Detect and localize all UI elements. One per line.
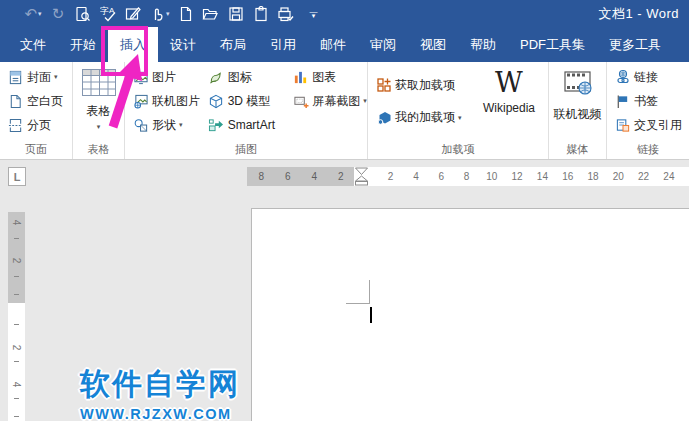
indent-markers[interactable] xyxy=(354,167,369,186)
smartart-button[interactable]: SmartArt xyxy=(201,113,286,137)
draft-edit-icon xyxy=(125,6,141,22)
word-window: ↶ ▾ ↻ 字 A xyxy=(0,0,689,421)
ruler-number: 20 xyxy=(606,171,631,182)
page-break-button[interactable]: 分页 xyxy=(0,113,63,137)
draft-edit-button[interactable] xyxy=(124,3,142,25)
save-button[interactable] xyxy=(227,3,245,25)
customize-qat-button[interactable]: — ▾ xyxy=(310,10,318,18)
open-button[interactable] xyxy=(202,3,220,25)
group-label-illustrations: 插图 xyxy=(125,142,367,159)
touch-mode-button[interactable]: ▾ xyxy=(149,3,170,25)
group-label-links: 链接 xyxy=(607,142,689,159)
undo-icon: ↶ xyxy=(24,6,37,21)
3d-model-label: 3D 模型 xyxy=(228,93,271,110)
print-preview-icon xyxy=(75,6,91,22)
document-workspace: L 8 6 4 2 2 4 6 8 10 12 14 16 18 20 22 2… xyxy=(0,160,689,421)
chart-button[interactable]: 图表 xyxy=(285,65,367,89)
bookmark-icon xyxy=(614,93,631,109)
print-preview-button[interactable] xyxy=(74,3,92,25)
cross-reference-button[interactable]: 交叉引用 xyxy=(607,113,682,137)
watermark-title: 软件自学网 xyxy=(80,364,240,405)
chart-label: 图表 xyxy=(312,69,336,86)
chart-icon xyxy=(292,69,309,85)
3d-model-icon xyxy=(208,93,225,109)
tab-mailings[interactable]: 邮件 xyxy=(308,27,358,62)
get-addins-icon xyxy=(375,77,392,93)
margin-corner-mark xyxy=(346,303,370,304)
my-addins-label: 我的加载项 xyxy=(395,109,455,126)
tab-more-tools[interactable]: 更多工具 xyxy=(597,27,673,62)
quick-print-icon xyxy=(277,6,294,22)
online-video-button[interactable]: 联机视频 xyxy=(554,65,602,142)
wikipedia-button[interactable]: W Wikipedia xyxy=(476,65,542,142)
ruler-number: 4 xyxy=(301,171,328,182)
spellcheck-icon: 字 A xyxy=(100,6,117,22)
get-addins-button[interactable]: 获取加载项 xyxy=(368,70,476,100)
ruler-number: 8 xyxy=(454,171,479,182)
vertical-ruler: 4 2 2 4 xyxy=(8,212,25,421)
redo-button[interactable]: ↻ xyxy=(49,3,67,25)
bookmark-label: 书签 xyxy=(634,93,658,110)
smartart-label: SmartArt xyxy=(228,118,275,132)
group-media: 联机视频 媒体 xyxy=(549,62,607,159)
tab-review[interactable]: 审阅 xyxy=(358,27,408,62)
my-addins-caret-icon: ▾ xyxy=(458,114,462,122)
shapes-caret-icon: ▾ xyxy=(179,121,183,129)
3d-model-button[interactable]: 3D 模型 xyxy=(201,89,286,113)
ruler-number: 16 xyxy=(555,171,580,182)
group-addins: 获取加载项 我的加载项 ▾ W Wikipedia xyxy=(368,62,549,159)
ruler-number: 4 xyxy=(11,214,22,231)
horizontal-ruler[interactable]: 2 4 6 8 10 12 14 16 18 20 22 24 xyxy=(354,167,689,186)
touch-mode-icon xyxy=(149,6,165,22)
watermark: 软件自学网 WWW.RJZXW.COM xyxy=(80,364,240,421)
tab-stop-selector[interactable]: L xyxy=(8,167,26,186)
tab-references[interactable]: 引用 xyxy=(258,27,308,62)
new-document-button[interactable] xyxy=(177,3,195,25)
get-addins-label: 获取加载项 xyxy=(395,77,455,94)
horizontal-ruler-margin: 8 6 4 2 xyxy=(247,167,354,186)
tab-layout[interactable]: 布局 xyxy=(208,27,258,62)
blank-page-button[interactable]: 空白页 xyxy=(0,89,63,113)
touch-mode-caret-icon[interactable]: ▾ xyxy=(166,10,170,18)
svg-text:字: 字 xyxy=(100,6,109,16)
quick-print-button[interactable] xyxy=(277,3,295,25)
ruler-number: 2 xyxy=(11,252,22,269)
group-label-tables: 表格 xyxy=(73,142,124,159)
attachment-button[interactable] xyxy=(252,3,270,25)
screenshot-icon xyxy=(292,93,309,109)
page-break-icon xyxy=(7,117,24,133)
screenshot-caret-icon: ▾ xyxy=(363,97,367,105)
undo-caret-icon[interactable]: ▾ xyxy=(38,10,42,18)
ruler-number: 6 xyxy=(275,171,302,182)
spellcheck-button[interactable]: 字 A xyxy=(99,3,117,25)
cover-page-caret-icon: ▾ xyxy=(54,73,58,81)
tab-design[interactable]: 设计 xyxy=(158,27,208,62)
undo-button[interactable]: ↶ ▾ xyxy=(24,3,42,25)
cover-page-button[interactable]: 封面 ▾ xyxy=(0,65,63,89)
cross-reference-icon xyxy=(614,117,631,133)
tab-view[interactable]: 视图 xyxy=(408,27,458,62)
my-addins-button[interactable]: 我的加载项 ▾ xyxy=(368,103,476,133)
ruler-number: 12 xyxy=(504,171,529,182)
link-button[interactable]: 链接 xyxy=(607,65,682,89)
ruler-number: 14 xyxy=(530,171,555,182)
my-addins-icon xyxy=(375,110,392,126)
insert-tab-highlight-box xyxy=(101,26,148,76)
ruler-number: 6 xyxy=(429,171,454,182)
attachment-icon xyxy=(253,6,269,22)
icons-button[interactable]: 图标 xyxy=(201,65,286,89)
redo-icon: ↻ xyxy=(52,6,65,21)
smartart-icon xyxy=(208,117,225,133)
ruler-number: 8 xyxy=(248,171,275,182)
tab-pdf-tools[interactable]: PDF工具集 xyxy=(508,27,597,62)
document-page[interactable] xyxy=(251,208,689,421)
title-bar: ↶ ▾ ↻ 字 A xyxy=(0,0,689,27)
ruler-number: 2 xyxy=(328,171,355,182)
tab-file[interactable]: 文件 xyxy=(8,27,58,62)
icons-label: 图标 xyxy=(228,69,252,86)
tab-help[interactable]: 帮助 xyxy=(458,27,508,62)
link-label: 链接 xyxy=(634,69,658,86)
screenshot-button[interactable]: 屏幕截图 ▾ xyxy=(285,89,367,113)
bookmark-button[interactable]: 书签 xyxy=(607,89,682,113)
ruler-number: 10 xyxy=(479,171,504,182)
